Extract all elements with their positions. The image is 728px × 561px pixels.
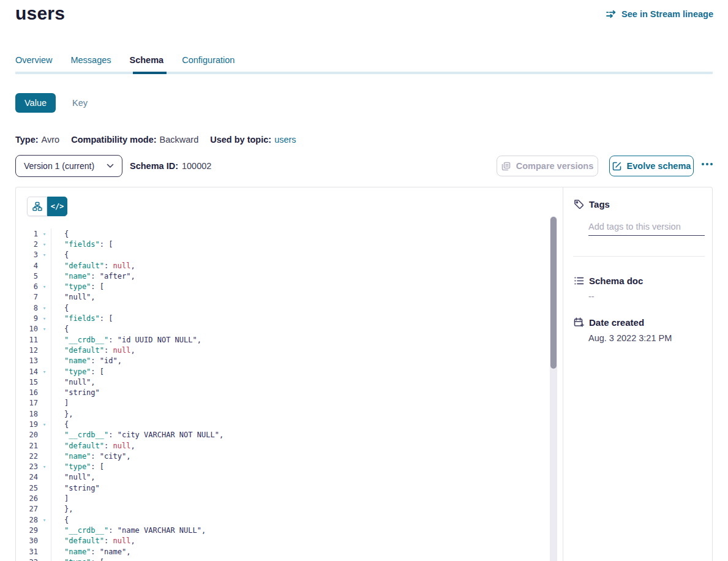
- code-line: 3▾ {: [16, 250, 550, 260]
- evolve-schema-button[interactable]: Evolve schema: [609, 156, 694, 176]
- fold-toggle-icon[interactable]: ▾: [38, 326, 51, 332]
- lineage-link-label: See in Stream lineage: [621, 9, 713, 19]
- code-text: "string": [51, 387, 100, 397]
- key-toggle-button[interactable]: Key: [72, 98, 88, 108]
- code-line: 7 "null",: [16, 292, 550, 303]
- fold-toggle-icon[interactable]: ▾: [38, 369, 51, 375]
- used-by-topic-label: Used by topic:: [210, 135, 271, 145]
- fold-toggle-icon[interactable]: ▾: [38, 305, 51, 311]
- line-number: 17: [16, 399, 38, 407]
- code-line: 8▾ {: [16, 303, 550, 313]
- code-text: "string": [51, 483, 100, 493]
- schema-id: Schema ID: 100002: [130, 161, 211, 171]
- calendar-plus-icon: [574, 317, 584, 328]
- compatibility-mode-value: Backward: [160, 135, 199, 145]
- fold-toggle-icon[interactable]: ▾: [38, 464, 51, 470]
- code-text: "default": null,: [51, 260, 135, 271]
- date-created-heading: Date created: [574, 317, 644, 328]
- code-editor[interactable]: 1▾{2▾ "fields": [3▾ {4 "default": null,5…: [16, 228, 550, 561]
- tab-schema[interactable]: Schema: [130, 55, 164, 72]
- code-lines: 1▾{2▾ "fields": [3▾ {4 "default": null,5…: [16, 228, 550, 561]
- fold-toggle-icon[interactable]: ▾: [38, 421, 51, 427]
- sidebar-divider: [573, 256, 705, 257]
- fold-toggle-icon[interactable]: ▾: [38, 241, 51, 247]
- line-number: 10: [16, 325, 38, 333]
- line-number: 25: [16, 484, 38, 492]
- line-number: 29: [16, 526, 38, 535]
- add-tags-input[interactable]: [588, 217, 705, 236]
- topic-tabs: Overview Messages Schema Configuration: [15, 55, 235, 72]
- tab-messages[interactable]: Messages: [70, 55, 111, 72]
- code-text: ]: [51, 493, 69, 503]
- line-number: 6: [16, 282, 38, 291]
- code-line: 26 ]: [16, 493, 550, 503]
- line-number: 13: [16, 356, 38, 365]
- code-text: "name": "after",: [51, 271, 135, 281]
- list-icon: [574, 276, 584, 286]
- line-number: 4: [16, 262, 38, 270]
- code-text: "type": [: [51, 366, 104, 377]
- version-select[interactable]: Version 1 (current): [15, 155, 122, 177]
- line-number: 19: [16, 420, 38, 429]
- code-text: {: [51, 419, 69, 429]
- code-text: "default": null,: [51, 536, 135, 546]
- fold-toggle-icon[interactable]: ▾: [38, 315, 51, 322]
- tree-view-icon: [32, 201, 42, 211]
- code-line: 9▾ "fields": [: [16, 313, 550, 323]
- editor-scrollbar-thumb[interactable]: [550, 217, 557, 369]
- code-text: "type": [: [51, 281, 104, 292]
- line-number: 32: [16, 558, 38, 561]
- code-line: 15 "null",: [16, 377, 550, 387]
- code-line: 20 "__crdb__": "city VARCHAR NOT NULL",: [16, 430, 550, 440]
- code-text: },: [51, 409, 73, 419]
- schema-doc-value: --: [588, 292, 595, 301]
- date-created-value: Aug. 3 2022 3:21 PM: [588, 333, 672, 343]
- code-text: "__crdb__": "id UUID NOT NULL",: [51, 334, 201, 345]
- code-text: "__crdb__": "city VARCHAR NOT NULL",: [51, 430, 223, 440]
- code-line: 28▾ {: [16, 514, 550, 525]
- fold-toggle-icon[interactable]: ▾: [38, 517, 51, 523]
- line-number: 3: [16, 250, 38, 259]
- code-view-button[interactable]: </>: [47, 197, 67, 216]
- code-line: 29 "__crdb__": "name VARCHAR NULL",: [16, 525, 550, 535]
- code-line: 22 "name": "city",: [16, 451, 550, 461]
- code-line: 27 },: [16, 504, 550, 514]
- schema-panel: </> 1▾{2▾ "fields": [3▾ {4 "default": nu…: [15, 187, 713, 561]
- code-line: 12 "default": null,: [16, 345, 550, 355]
- compare-versions-button[interactable]: Compare versions: [497, 156, 598, 176]
- code-text: "name": "name",: [51, 546, 130, 557]
- code-line: 19▾ {: [16, 419, 550, 429]
- more-actions-button[interactable]: [702, 158, 720, 170]
- line-number: 22: [16, 452, 38, 461]
- evolve-schema-label: Evolve schema: [627, 161, 691, 171]
- code-text: "null",: [51, 472, 96, 483]
- code-line: 24 "null",: [16, 472, 550, 483]
- tree-view-button[interactable]: [27, 197, 47, 216]
- used-by-topic-link[interactable]: users: [274, 135, 296, 145]
- editor-scrollbar-track[interactable]: [550, 216, 557, 561]
- schema-sidebar: Tags Schema doc -- Da: [563, 187, 712, 561]
- code-text: "fields": [: [51, 313, 113, 323]
- line-number: 8: [16, 304, 38, 312]
- version-select-value: Version 1 (current): [24, 161, 94, 171]
- type-label: Type:: [15, 135, 39, 145]
- tab-configuration[interactable]: Configuration: [182, 55, 235, 72]
- fold-toggle-icon[interactable]: ▾: [38, 231, 51, 237]
- code-line: 32▾ "type": [: [16, 557, 550, 561]
- value-toggle-button[interactable]: Value: [15, 93, 56, 113]
- line-number: 14: [16, 367, 38, 376]
- see-in-stream-lineage-link[interactable]: See in Stream lineage: [606, 9, 713, 19]
- code-line: 30 "default": null,: [16, 536, 550, 546]
- code-line: 17 ]: [16, 398, 550, 409]
- code-text: "type": [: [51, 557, 104, 561]
- code-text: "name": "id",: [51, 356, 122, 366]
- schema-id-label: Schema ID:: [130, 161, 178, 171]
- line-number: 9: [16, 314, 38, 323]
- code-text: {: [51, 303, 69, 313]
- line-number: 26: [16, 494, 38, 503]
- tab-overview[interactable]: Overview: [15, 55, 52, 72]
- fold-toggle-icon[interactable]: ▾: [38, 284, 51, 290]
- code-line: 23▾ "type": [: [16, 462, 550, 472]
- fold-toggle-icon[interactable]: ▾: [38, 252, 51, 258]
- line-number: 18: [16, 410, 38, 418]
